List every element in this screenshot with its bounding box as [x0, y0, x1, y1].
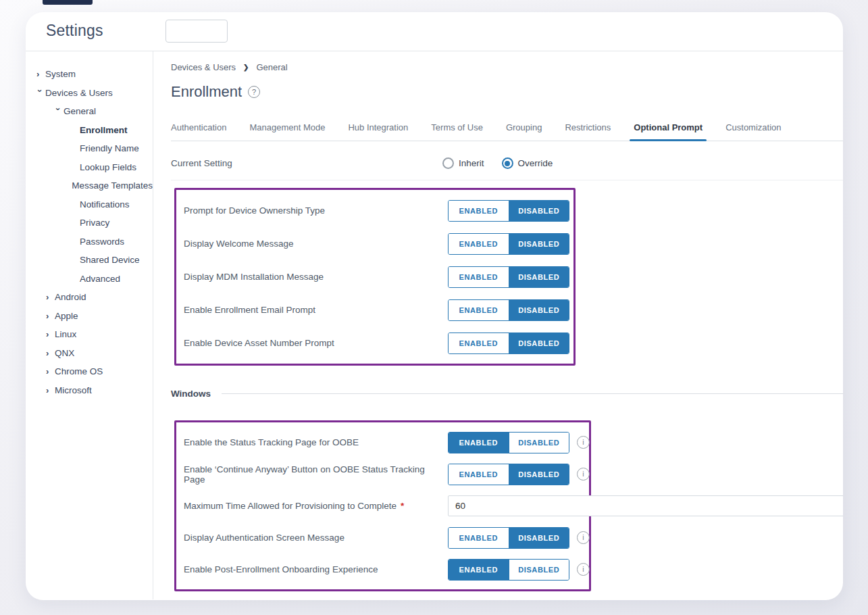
chevron-right-icon: › [46, 311, 55, 321]
breadcrumb-parent[interactable]: Devices & Users [171, 62, 236, 72]
enabled-disabled-toggle[interactable]: ENABLED DISABLED [448, 527, 569, 549]
toggle-disabled-option[interactable]: DISABLED [509, 333, 569, 353]
chevron-down-icon: › [35, 89, 45, 98]
setting-row: Display Authentication Screen Message EN… [176, 522, 589, 554]
radio-icon[interactable] [442, 157, 454, 169]
toggle-enabled-option[interactable]: ENABLED [449, 464, 509, 485]
sidebar-item-chrome-os[interactable]: › Chrome OS [26, 362, 153, 381]
toggle-enabled-option[interactable]: ENABLED [449, 433, 509, 453]
cropped-browser-edge [43, 0, 93, 5]
setting-label: Enable the Status Tracking Page for OOBE [184, 437, 448, 447]
page-title-settings: Settings [46, 22, 103, 40]
radio-option-inherit[interactable]: Inherit [442, 157, 484, 169]
chevron-right-icon: ❯ [243, 64, 249, 71]
setting-row: Enable ‘Continue Anyway’ Button on OOBE … [176, 458, 589, 490]
toggle-disabled-option[interactable]: DISABLED [509, 234, 569, 254]
sidebar-item-advanced[interactable]: Advanced [26, 270, 153, 289]
tab-grouping[interactable]: Grouping [506, 122, 542, 141]
sidebar-item-apple[interactable]: › Apple [26, 307, 153, 326]
enabled-disabled-toggle[interactable]: ENABLED DISABLED [448, 299, 569, 321]
breadcrumb: Devices & Users ❯ General [171, 62, 843, 72]
sidebar-item-qnx[interactable]: › QNX [26, 344, 153, 363]
enabled-disabled-toggle[interactable]: ENABLED DISABLED [448, 200, 569, 222]
setting-row: Enable the Status Tracking Page for OOBE… [176, 426, 589, 458]
sidebar-item-message-templates[interactable]: Message Templates [26, 176, 153, 195]
toggle-disabled-option[interactable]: DISABLED [509, 528, 569, 548]
setting-label: Prompt for Device Ownership Type [184, 205, 448, 216]
sidebar-item-enrollment[interactable]: Enrollment [26, 121, 153, 140]
setting-row: Enable Post-Enrollment Onboarding Experi… [176, 554, 589, 585]
setting-row: Enable Enrollment Email Prompt ENABLED D… [176, 293, 573, 326]
current-setting-label: Current Setting [171, 158, 442, 168]
toggle-disabled-option[interactable]: DISABLED [509, 267, 569, 287]
settings-window: Settings › System › Devices & Users › Ge… [26, 12, 843, 600]
enabled-disabled-toggle[interactable]: ENABLED DISABLED [448, 559, 569, 581]
tab-hub-integration[interactable]: Hub Integration [348, 122, 408, 141]
toggle-enabled-option[interactable]: ENABLED [449, 333, 509, 353]
toggle-enabled-option[interactable]: ENABLED [449, 528, 509, 548]
sidebar-item-devices-users[interactable]: › Devices & Users [26, 84, 153, 103]
sidebar-item-linux[interactable]: › Linux [26, 325, 153, 344]
toggle-enabled-option[interactable]: ENABLED [449, 300, 509, 320]
sidebar-item-general[interactable]: › General [26, 102, 153, 121]
info-icon[interactable]: i [577, 531, 590, 544]
enrollment-tabs: AuthenticationManagement ModeHub Integra… [171, 122, 843, 141]
toggle-enabled-option[interactable]: ENABLED [449, 201, 509, 221]
optional-prompt-annotation-box: Prompt for Device Ownership Type ENABLED… [174, 188, 576, 366]
sidebar-item-system[interactable]: › System [26, 65, 153, 84]
tab-customization[interactable]: Customization [725, 122, 781, 141]
header-search-input[interactable] [165, 20, 228, 43]
toggle-enabled-option[interactable]: ENABLED [449, 234, 509, 254]
tab-restrictions[interactable]: Restrictions [565, 122, 611, 141]
chevron-down-icon: › [53, 108, 63, 117]
sidebar-item-notifications[interactable]: Notifications [26, 195, 153, 214]
toggle-disabled-option[interactable]: DISABLED [509, 464, 569, 485]
setting-label: Maximum Time Allowed for Provisioning to… [184, 501, 448, 511]
setting-row: Display Welcome Message ENABLED DISABLED [176, 227, 573, 260]
chevron-right-icon: › [46, 348, 55, 358]
page-title: Enrollment [171, 83, 242, 101]
radio-option-override[interactable]: Override [502, 157, 553, 169]
toggle-disabled-option[interactable]: DISABLED [509, 201, 569, 221]
setting-label: Enable Enrollment Email Prompt [184, 305, 448, 315]
windows-annotation-box: Enable the Status Tracking Page for OOBE… [174, 420, 591, 591]
tab-authentication[interactable]: Authentication [171, 122, 226, 141]
breadcrumb-current[interactable]: General [256, 62, 287, 72]
toggle-disabled-option[interactable]: DISABLED [509, 300, 569, 320]
setting-label: Enable ‘Continue Anyway’ Button on OOBE … [184, 464, 448, 485]
sidebar-item-microsoft[interactable]: › Microsoft [26, 381, 153, 400]
sidebar-item-android[interactable]: › Android [26, 288, 153, 307]
toggle-disabled-option[interactable]: DISABLED [509, 433, 569, 453]
windows-section-header: Windows [171, 389, 843, 399]
sidebar-item-friendly-name[interactable]: Friendly Name [26, 139, 153, 158]
info-icon[interactable]: i [577, 468, 590, 481]
tab-management-mode[interactable]: Management Mode [249, 122, 325, 141]
setting-row: Prompt for Device Ownership Type ENABLED… [176, 194, 573, 227]
max-provisioning-time-input[interactable] [448, 495, 843, 516]
setting-label: Display MDM Installation Message [184, 272, 448, 282]
info-icon[interactable]: i [577, 563, 590, 576]
sidebar-item-passwords[interactable]: Passwords [26, 232, 153, 251]
settings-header: Settings [26, 12, 843, 51]
chevron-right-icon: › [46, 329, 55, 339]
setting-label: Display Authentication Screen Message [184, 533, 448, 543]
enabled-disabled-toggle[interactable]: ENABLED DISABLED [448, 233, 569, 255]
section-divider [222, 393, 843, 394]
toggle-enabled-option[interactable]: ENABLED [449, 560, 509, 580]
enabled-disabled-toggle[interactable]: ENABLED DISABLED [448, 432, 569, 453]
enabled-disabled-toggle[interactable]: ENABLED DISABLED [448, 266, 569, 288]
sidebar-item-privacy[interactable]: Privacy [26, 214, 153, 232]
toggle-enabled-option[interactable]: ENABLED [449, 267, 509, 287]
settings-nav-sidebar: › System › Devices & Users › General Enr… [26, 51, 153, 599]
radio-icon[interactable] [502, 157, 513, 169]
info-icon[interactable]: i [577, 436, 590, 449]
sidebar-item-shared-device[interactable]: Shared Device [26, 251, 153, 270]
tab-terms-of-use[interactable]: Terms of Use [431, 122, 483, 141]
toggle-disabled-option[interactable]: DISABLED [509, 560, 569, 580]
tab-optional-prompt[interactable]: Optional Prompt [634, 122, 703, 141]
current-setting-radio-group: Inherit Override [442, 157, 553, 169]
enabled-disabled-toggle[interactable]: ENABLED DISABLED [448, 333, 569, 354]
enabled-disabled-toggle[interactable]: ENABLED DISABLED [448, 464, 569, 485]
help-icon[interactable]: ? [248, 86, 260, 98]
sidebar-item-lookup-fields[interactable]: Lookup Fields [26, 158, 153, 177]
